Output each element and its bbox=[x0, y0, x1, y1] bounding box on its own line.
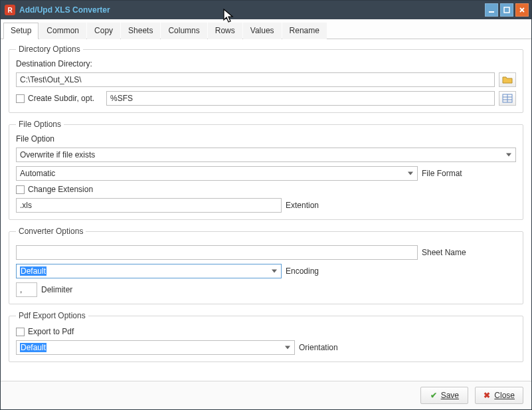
save-button-label: Save bbox=[441, 391, 459, 400]
close-button-label: Close bbox=[494, 391, 515, 400]
check-icon: ✔ bbox=[430, 391, 437, 400]
checkbox-box-icon bbox=[16, 94, 25, 103]
file-options-group: File Options File Option Overwrite if fi… bbox=[9, 120, 523, 220]
file-format-select[interactable]: Automatic bbox=[16, 166, 418, 181]
destination-directory-input[interactable] bbox=[16, 72, 495, 87]
tab-columns[interactable]: Columns bbox=[161, 23, 207, 39]
tab-setup[interactable]: Setup bbox=[3, 23, 39, 39]
checkbox-box-icon bbox=[16, 328, 25, 336]
create-subdir-label: Create Subdir, opt. bbox=[28, 94, 94, 103]
file-format-value: Automatic bbox=[20, 169, 55, 178]
file-options-legend: File Options bbox=[16, 120, 64, 129]
browse-folder-button[interactable] bbox=[499, 72, 516, 87]
tab-copy[interactable]: Copy bbox=[87, 23, 120, 39]
file-option-select[interactable]: Overwrite if file exists bbox=[16, 148, 516, 162]
encoding-label: Encoding bbox=[286, 266, 319, 276]
minimize-button[interactable] bbox=[485, 3, 498, 17]
encoding-value: Default bbox=[20, 266, 46, 276]
maximize-button[interactable] bbox=[500, 3, 513, 17]
tab-bar: Setup Common Copy Sheets Columns Rows Va… bbox=[1, 19, 531, 39]
orientation-label: Orientation bbox=[299, 343, 338, 352]
create-subdir-input[interactable] bbox=[106, 91, 495, 106]
close-window-button[interactable] bbox=[515, 3, 529, 17]
svg-rect-0 bbox=[489, 11, 494, 13]
checkbox-box-icon bbox=[16, 185, 25, 194]
maximize-icon bbox=[503, 7, 510, 13]
close-button[interactable]: ✖ Close bbox=[475, 387, 523, 404]
directory-options-group: Directory Options Destination Directory:… bbox=[9, 45, 523, 113]
window-title: Add/Upd XLS Converter bbox=[19, 5, 483, 15]
export-to-pdf-checkbox[interactable]: Export to Pdf bbox=[16, 327, 74, 336]
app-icon: R bbox=[5, 5, 15, 15]
destination-directory-label: Destination Directory: bbox=[16, 59, 516, 68]
orientation-select[interactable]: Default bbox=[16, 340, 295, 355]
pdf-export-options-group: Pdf Export Options Export to Pdf Default… bbox=[9, 311, 523, 362]
converter-options-group: Converter Options Sheet Name Default Enc… bbox=[9, 227, 523, 304]
pdf-export-options-legend: Pdf Export Options bbox=[16, 311, 88, 320]
close-icon bbox=[519, 7, 525, 13]
minimize-icon bbox=[488, 7, 495, 13]
change-extension-checkbox[interactable]: Change Extension bbox=[16, 185, 93, 194]
svg-rect-1 bbox=[504, 7, 509, 13]
file-format-label: File Format bbox=[422, 169, 462, 178]
extension-input[interactable] bbox=[16, 198, 282, 213]
delimiter-label: Delimiter bbox=[41, 285, 72, 294]
delimiter-input[interactable] bbox=[16, 282, 37, 297]
sheet-name-input[interactable] bbox=[16, 245, 418, 260]
sheet-name-label: Sheet Name bbox=[422, 248, 466, 257]
create-subdir-checkbox[interactable]: Create Subdir, opt. bbox=[16, 94, 102, 103]
orientation-value: Default bbox=[20, 343, 46, 352]
change-extension-label: Change Extension bbox=[28, 185, 93, 194]
tab-common[interactable]: Common bbox=[39, 23, 86, 39]
tab-rows[interactable]: Rows bbox=[208, 23, 242, 39]
extension-label: Extention bbox=[286, 201, 319, 210]
tab-values[interactable]: Values bbox=[243, 23, 282, 39]
converter-options-legend: Converter Options bbox=[16, 227, 86, 236]
tab-sheets[interactable]: Sheets bbox=[121, 23, 160, 39]
grid-icon bbox=[502, 94, 513, 103]
folder-icon bbox=[502, 75, 513, 84]
file-option-label: File Option bbox=[16, 134, 516, 144]
encoding-select[interactable]: Default bbox=[16, 264, 282, 278]
export-to-pdf-label: Export to Pdf bbox=[28, 327, 74, 336]
file-option-value: Overwrite if file exists bbox=[20, 150, 95, 159]
x-icon: ✖ bbox=[484, 391, 490, 400]
subdir-help-button[interactable] bbox=[499, 91, 516, 106]
save-button[interactable]: ✔ Save bbox=[420, 387, 468, 404]
directory-options-legend: Directory Options bbox=[16, 45, 83, 54]
tab-rename[interactable]: Rename bbox=[282, 23, 327, 39]
